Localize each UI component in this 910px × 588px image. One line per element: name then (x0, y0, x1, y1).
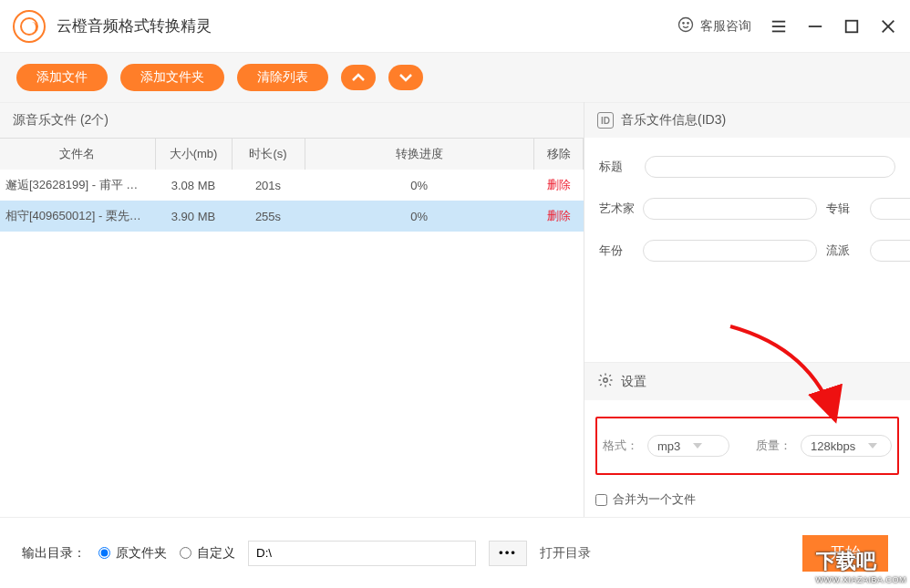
label-artist: 艺术家 (599, 201, 636, 217)
app-logo (13, 10, 46, 43)
id3-icon: ID (597, 112, 614, 129)
annotation-arrow-icon (676, 322, 876, 440)
col-size: 大小(mb) (155, 139, 232, 170)
remove-link[interactable]: 删除 (547, 178, 571, 191)
col-filename: 文件名 (0, 139, 155, 170)
file-duration: 255s (232, 201, 305, 232)
custom-folder-radio[interactable] (180, 547, 191, 559)
svg-point-1 (683, 23, 684, 24)
title-field[interactable] (645, 156, 895, 178)
customer-service-label: 客服咨询 (700, 18, 751, 35)
merge-checkbox[interactable] (595, 494, 607, 506)
watermark: 下载吧 WWW.XIAZAIBA.COM (816, 548, 907, 584)
customer-service-link[interactable]: 客服咨询 (677, 15, 751, 36)
original-folder-radio[interactable] (98, 547, 110, 559)
add-folder-button[interactable]: 添加文件夹 (120, 64, 224, 91)
file-duration: 201s (232, 170, 305, 201)
output-path-field[interactable] (248, 541, 476, 566)
move-up-button[interactable] (341, 65, 376, 90)
format-value: mp3 (657, 439, 680, 453)
output-dir-label: 输出目录： (22, 545, 86, 562)
label-genre: 流派 (826, 242, 863, 259)
year-field[interactable] (643, 240, 817, 262)
format-label: 格式： (603, 438, 638, 454)
smiley-icon (677, 15, 695, 36)
quality-value: 128kbps (811, 439, 855, 453)
id3-header: 音乐文件信息(ID3) (621, 112, 726, 129)
file-size: 3.08 MB (155, 170, 232, 201)
label-title: 标题 (599, 159, 636, 175)
gear-icon (597, 372, 614, 391)
col-remove: 移除 (534, 139, 584, 170)
label-album: 专辑 (826, 201, 863, 217)
col-progress: 转换进度 (305, 139, 534, 170)
chevron-down-icon (868, 443, 877, 449)
svg-point-2 (688, 23, 688, 24)
move-down-button[interactable] (388, 65, 423, 90)
browse-button[interactable]: ••• (489, 541, 527, 566)
clear-list-button[interactable]: 清除列表 (237, 64, 328, 91)
original-folder-label: 原文件夹 (116, 545, 167, 562)
album-field[interactable] (870, 198, 910, 220)
source-files-header: 源音乐文件 (2个) (0, 102, 584, 138)
file-name: 邂逅[32628199] - 甫平 … (0, 170, 155, 201)
table-row[interactable]: 相守[409650012] - 栗先…3.90 MB255s0%删除 (0, 201, 584, 232)
col-duration: 时长(s) (232, 139, 305, 170)
file-progress: 0% (305, 170, 534, 201)
open-dir-link[interactable]: 打开目录 (540, 545, 591, 562)
label-year: 年份 (599, 242, 636, 259)
merge-label: 合并为一个文件 (613, 491, 696, 508)
file-name: 相守[409650012] - 栗先… (0, 201, 155, 232)
close-button[interactable] (879, 17, 897, 36)
app-title: 云橙音频格式转换精灵 (57, 15, 212, 36)
svg-rect-7 (846, 20, 858, 32)
artist-field[interactable] (643, 198, 817, 220)
custom-folder-label: 自定义 (197, 545, 235, 562)
settings-header: 设置 (621, 374, 646, 390)
minimize-button[interactable] (806, 17, 824, 36)
menu-button[interactable] (770, 17, 788, 36)
svg-point-10 (604, 378, 608, 383)
chevron-down-icon (693, 443, 702, 449)
add-file-button[interactable]: 添加文件 (16, 64, 108, 91)
file-size: 3.90 MB (155, 201, 232, 232)
file-table: 文件名 大小(mb) 时长(s) 转换进度 移除 邂逅[32628199] - … (0, 138, 584, 232)
remove-link[interactable]: 删除 (547, 209, 571, 222)
file-progress: 0% (305, 201, 534, 232)
genre-field[interactable] (870, 240, 910, 262)
table-row[interactable]: 邂逅[32628199] - 甫平 …3.08 MB201s0%删除 (0, 170, 584, 201)
maximize-button[interactable] (843, 17, 861, 36)
svg-point-0 (679, 18, 693, 32)
